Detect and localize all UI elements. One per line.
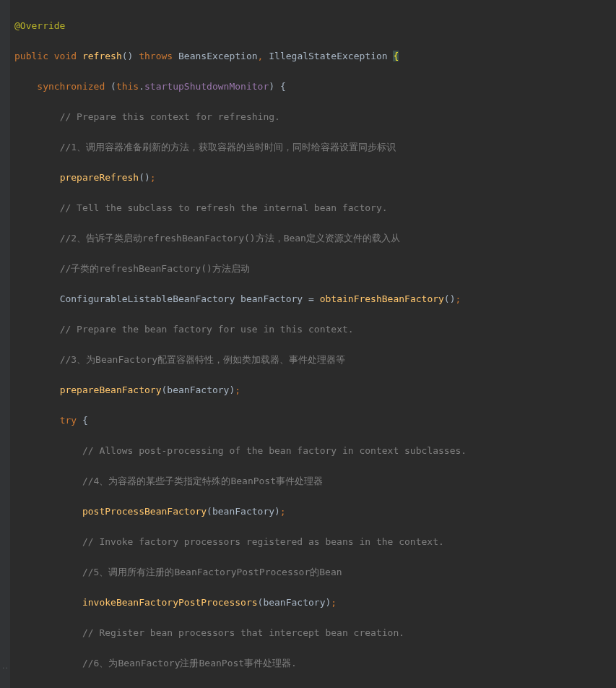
- field-monitor: startupShutdownMonitor: [144, 81, 269, 92]
- comment-line: // Invoke factory processors registered …: [82, 536, 444, 547]
- code-editor-content[interactable]: @Override public void refresh() throws B…: [0, 0, 616, 688]
- comment-line: // Allows post-processing of the bean fa…: [82, 445, 467, 456]
- method-name-refresh: refresh: [82, 51, 122, 61]
- keyword-try: try: [60, 415, 77, 426]
- keyword-throws: throws: [139, 51, 173, 61]
- comment-line: // Prepare the bean factory for use in t…: [60, 324, 354, 335]
- arg-beanfactory: beanFactory: [167, 384, 229, 395]
- keyword-this: this: [116, 81, 139, 92]
- comment-line: //6、为BeanFactory注册BeanPost事件处理器.: [82, 658, 297, 668]
- keyword-void: void: [54, 51, 77, 61]
- gutter-dots: ..: [1, 659, 8, 674]
- brace-highlight-open: {: [393, 51, 399, 61]
- exception-illegalstate: IllegalStateException: [269, 51, 387, 61]
- keyword-public: public: [14, 51, 48, 61]
- call-obtain-fresh: obtainFreshBeanFactory: [320, 293, 444, 304]
- arg-beanfactory: beanFactory: [263, 597, 325, 608]
- arg-beanfactory: beanFactory: [212, 506, 274, 517]
- call-prepare-beanfactory: prepareBeanFactory: [60, 384, 162, 395]
- comment-line: // Tell the subclass to refresh the inte…: [60, 202, 388, 213]
- call-invoke-bfpp: invokeBeanFactoryPostProcessors: [82, 597, 258, 608]
- comment-line: //子类的refreshBeanFactory()方法启动: [60, 263, 250, 274]
- editor-gutter: ..: [0, 0, 10, 688]
- exception-beans: BeansException: [178, 51, 258, 61]
- call-prepare-refresh: prepareRefresh: [60, 172, 139, 183]
- call-postprocess: postProcessBeanFactory: [82, 506, 207, 517]
- comment-line: // Prepare this context for refreshing.: [60, 111, 280, 122]
- var-beanfactory: beanFactory: [240, 293, 303, 304]
- comment-line: //4、为容器的某些子类指定特殊的BeanPost事件处理器: [82, 476, 323, 486]
- comment-line: //5、调用所有注册的BeanFactoryPostProcessor的Bean: [82, 567, 342, 577]
- comment-line: //1、调用容器准备刷新的方法，获取容器的当时时间，同时给容器设置同步标识: [60, 142, 396, 152]
- keyword-synchronized: synchronized: [37, 81, 105, 92]
- comment-line: // Register bean processors that interce…: [82, 627, 404, 638]
- annotation-override: @Override: [14, 20, 65, 31]
- comment-line: //3、为BeanFactory配置容器特性，例如类加载器、事件处理器等: [60, 354, 346, 365]
- type-clbf: ConfigurableListableBeanFactory: [60, 293, 235, 304]
- comment-line: //2、告诉子类启动refreshBeanFactory()方法，Bean定义资…: [60, 233, 400, 244]
